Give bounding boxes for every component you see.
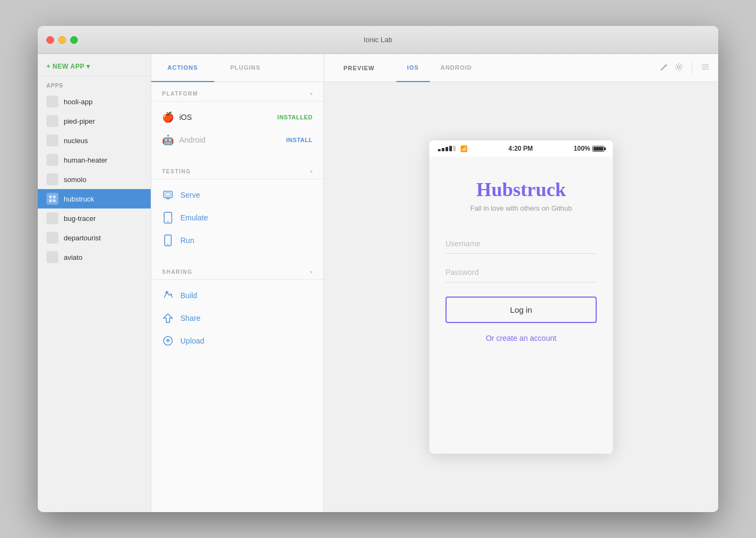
preview-panel: PREVIEW iOS ANDROID — [324, 54, 718, 512]
app-icon — [46, 212, 58, 224]
svg-rect-3 — [53, 199, 56, 202]
app-name: nucleus — [64, 137, 88, 145]
android-platform-left: 🤖 Android — [162, 134, 205, 146]
app-icon — [46, 232, 58, 244]
app-name: human-heater — [64, 156, 107, 164]
battery-status: 100% — [573, 145, 604, 152]
action-build[interactable]: Build — [151, 284, 323, 307]
phone-mockup: 📶 4:20 PM 100% Hubstruck — [429, 140, 613, 454]
testing-toggle[interactable]: ▾ — [310, 169, 313, 174]
build-label: Build — [180, 291, 197, 300]
android-label: Android — [179, 136, 205, 144]
window-title: Ionic Lab — [364, 36, 393, 44]
app-icon — [46, 134, 58, 146]
sidebar-item-hooli-app[interactable]: hooli-app — [38, 92, 151, 111]
maximize-button[interactable] — [70, 36, 78, 44]
sharing-toggle[interactable]: ▾ — [310, 269, 313, 275]
tab-actions[interactable]: ACTIONS — [151, 54, 214, 82]
action-upload[interactable]: Upload — [151, 329, 323, 352]
sidebar-item-departourist[interactable]: departourist — [38, 228, 151, 247]
app-icon — [46, 96, 58, 107]
svg-point-10 — [167, 244, 168, 245]
password-input[interactable] — [446, 263, 597, 283]
login-button[interactable]: Log in — [446, 297, 597, 323]
testing-label: TESTING — [162, 169, 191, 174]
platform-toggle[interactable]: ▾ — [310, 91, 313, 97]
build-icon — [162, 290, 174, 301]
sidebar-item-aviato[interactable]: aviato — [38, 247, 151, 267]
emulate-icon — [162, 212, 174, 224]
preview-nav: PREVIEW iOS ANDROID — [324, 54, 718, 82]
battery-percentage: 100% — [573, 145, 590, 152]
app-title: Hubstruck — [476, 178, 566, 201]
create-account-link[interactable]: Or create an account — [486, 334, 557, 342]
app-icon — [46, 154, 58, 166]
action-emulate[interactable]: Emulate — [151, 206, 323, 229]
signal-dots — [438, 146, 456, 151]
sharing-label: SHARING — [162, 269, 193, 275]
battery-icon — [592, 146, 604, 152]
app-name: bug-tracer — [64, 214, 96, 223]
actions-nav: ACTIONS PLUGINS — [151, 54, 323, 82]
preview-icons — [659, 63, 710, 73]
svg-point-14 — [678, 65, 680, 68]
app-icon — [46, 115, 58, 127]
app-icon — [46, 251, 58, 263]
list-icon[interactable] — [701, 63, 710, 73]
svg-rect-1 — [53, 196, 56, 198]
ios-platform-left: 🍎 iOS — [162, 111, 192, 123]
svg-marker-12 — [164, 314, 172, 322]
platform-label: PLATFORM — [162, 91, 198, 97]
ios-label: iOS — [179, 113, 192, 122]
edit-icon[interactable] — [659, 63, 668, 73]
android-icon: 🤖 — [162, 134, 174, 146]
svg-rect-5 — [165, 193, 171, 196]
run-label: Run — [180, 236, 194, 245]
status-time: 4:20 PM — [508, 145, 532, 152]
platform-section-header: PLATFORM ▾ — [151, 82, 323, 101]
action-run[interactable]: Run — [151, 229, 323, 252]
app-name: somolo — [64, 176, 86, 184]
serve-label: Serve — [180, 191, 200, 199]
settings-icon[interactable] — [674, 63, 683, 73]
status-left: 📶 — [438, 145, 468, 152]
close-button[interactable] — [46, 36, 54, 44]
action-serve[interactable]: Serve — [151, 184, 323, 206]
apps-section-label: APPS — [38, 76, 151, 92]
apple-icon: 🍎 — [162, 111, 174, 123]
action-share[interactable]: Share — [151, 307, 323, 329]
svg-point-8 — [167, 221, 168, 222]
main-content: + NEW APP ▾ APPS hooli-app pied-piper nu… — [38, 54, 718, 512]
tab-plugins[interactable]: PLUGINS — [214, 54, 277, 82]
android-install-badge[interactable]: INSTALL — [286, 137, 313, 143]
app-name: hooli-app — [64, 98, 93, 106]
app-name: aviato — [64, 253, 83, 261]
sidebar: + NEW APP ▾ APPS hooli-app pied-piper nu… — [38, 54, 151, 512]
new-app-button[interactable]: + NEW APP ▾ — [46, 63, 90, 70]
tab-ios[interactable]: iOS — [396, 55, 430, 82]
phone-status-bar: 📶 4:20 PM 100% — [429, 140, 613, 157]
sidebar-item-nucleus[interactable]: nucleus — [38, 131, 151, 150]
run-icon — [162, 234, 174, 246]
username-input[interactable] — [446, 234, 597, 254]
tab-android[interactable]: ANDROID — [430, 55, 483, 82]
actions-panel: ACTIONS PLUGINS PLATFORM ▾ 🍎 iOS — [151, 54, 324, 512]
sidebar-item-hubstruck[interactable]: hubstruck — [38, 189, 151, 209]
share-label: Share — [180, 314, 200, 322]
sidebar-item-pied-piper[interactable]: pied-piper — [38, 111, 151, 131]
sidebar-item-human-heater[interactable]: human-heater — [38, 150, 151, 170]
phone-app-content: Hubstruck Fall in love with others on Gi… — [429, 157, 613, 454]
wifi-icon: 📶 — [460, 145, 468, 152]
titlebar: Ionic Lab — [38, 26, 718, 54]
minimize-button[interactable] — [58, 36, 66, 44]
traffic-lights — [46, 36, 78, 44]
app-name: hubstruck — [64, 195, 94, 203]
testing-divider — [151, 179, 323, 179]
svg-rect-4 — [164, 191, 172, 198]
sidebar-item-bug-tracer[interactable]: bug-tracer — [38, 209, 151, 228]
emulate-label: Emulate — [180, 213, 208, 222]
sidebar-item-somolo[interactable]: somolo — [38, 170, 151, 189]
testing-section-header: TESTING ▾ — [151, 160, 323, 179]
actions-body: PLATFORM ▾ 🍎 iOS INSTALLED 🤖 Android — [151, 82, 323, 512]
app-subtitle: Fall in love with others on Github — [470, 204, 572, 212]
